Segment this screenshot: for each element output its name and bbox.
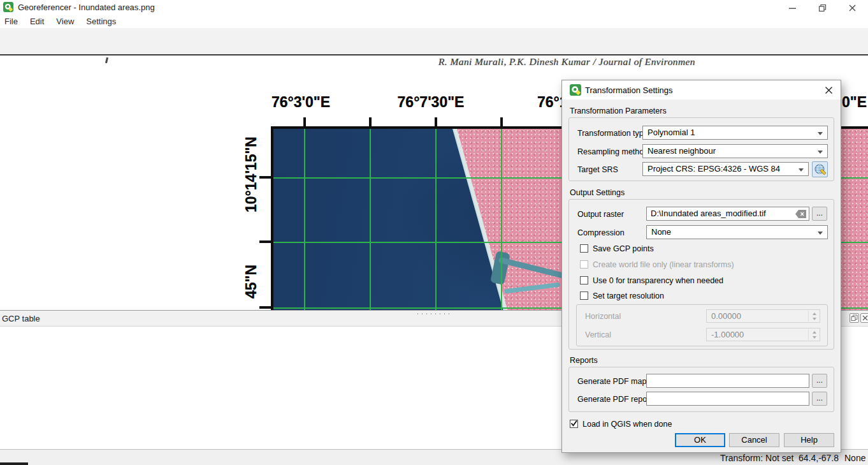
cancel-button[interactable]: Cancel [729, 433, 779, 447]
graticule-line [435, 129, 437, 310]
dialog-titlebar[interactable]: Transformation Settings [562, 80, 841, 100]
gcp-panel-title: GCP table [2, 314, 40, 323]
map-tick [259, 306, 271, 309]
menu-file[interactable]: File [0, 15, 25, 28]
save-gcp-points-checkbox-label[interactable]: Save GCP points [593, 244, 654, 253]
map-ylabel-1: 10°14'15"N [243, 126, 260, 223]
section-transformation-parameters: Transformation Parameters [570, 107, 667, 115]
output-raster-input[interactable]: D:\Inundated areas_modified.tif [646, 207, 809, 221]
spin-up-icon [813, 331, 816, 334]
use-zero-transparency-checkbox-label[interactable]: Use 0 for transparency when needed [593, 276, 723, 285]
qgis-logo-icon [3, 2, 13, 12]
window-title: Georeferencer - Inundated areas.png [18, 3, 155, 12]
menu-edit[interactable]: Edit [25, 15, 52, 28]
map-tick [259, 240, 271, 243]
close-icon [847, 3, 858, 13]
compression-select[interactable]: None [646, 225, 828, 239]
section-output-settings: Output Settings [570, 188, 625, 197]
close-icon [824, 85, 834, 95]
horizontal-resolution-value: 0.00000 [711, 311, 741, 321]
horizontal-resolution-label: Horizontal [585, 312, 621, 321]
map-tick [435, 117, 437, 126]
map-xlabel-2: 76°7'30"E [387, 94, 474, 111]
chevron-down-icon [818, 232, 823, 235]
close-panel-button[interactable] [860, 313, 868, 323]
float-panel-icon [851, 314, 858, 321]
transformation-type-value: Polynomial 1 [647, 128, 695, 137]
transformation-settings-dialog: Transformation Settings Transformation P… [561, 80, 841, 453]
set-target-resolution-checkbox[interactable] [580, 292, 588, 300]
resampling-method-label: Resampling method [577, 147, 648, 156]
close-button[interactable] [841, 2, 863, 13]
target-srs-select[interactable]: Project CRS: EPSG:4326 - WGS 84 [642, 162, 809, 176]
globe-icon [814, 163, 827, 176]
window-titlebar[interactable]: Georeferencer - Inundated areas.png [0, 0, 868, 15]
spin-down-icon [813, 318, 816, 320]
vertical-resolution-spinner: -1.00000 [706, 328, 820, 341]
chevron-down-icon [799, 168, 804, 172]
create-world-file-checkbox [580, 260, 588, 269]
create-world-file-checkbox-label: Create world file only (linear transform… [593, 260, 734, 269]
browse-pdf-report-button[interactable]: ... [812, 392, 827, 406]
help-button[interactable]: Help [784, 433, 834, 447]
target-srs-label: Target SRS [577, 165, 618, 174]
browse-output-raster-button[interactable]: ... [812, 207, 827, 221]
target-srs-value: Project CRS: EPSG:4326 - WGS 84 [647, 164, 780, 173]
georeferencer-window: Georeferencer - Inundated areas.png File… [0, 0, 868, 465]
maximize-button[interactable] [811, 2, 833, 13]
map-tick [500, 117, 503, 126]
scan-artifact [105, 57, 108, 63]
spin-up-icon [813, 313, 816, 315]
set-target-resolution-checkbox-label[interactable]: Set target resolution [593, 292, 664, 300]
graticule-line [304, 129, 305, 310]
output-raster-label: Output raster [577, 210, 624, 219]
scanned-journal-header: R. Mani Murali, P.K. Dinesh Kumar / Jour… [438, 56, 695, 68]
resampling-method-select[interactable]: Nearest neighbour [642, 144, 828, 158]
compression-value: None [651, 227, 671, 237]
spin-down-icon [813, 336, 816, 339]
browse-pdf-map-button[interactable]: ... [812, 374, 827, 388]
vertical-resolution-label: Vertical [585, 330, 611, 339]
float-panel-button[interactable] [850, 313, 859, 323]
output-raster-value: D:\Inundated areas_modified.tif [651, 209, 766, 218]
rotation-value: None [844, 453, 865, 463]
chevron-down-icon [818, 132, 823, 135]
map-xlabel-4: 0"E [842, 94, 867, 111]
transform-status: Transform: Not set [720, 453, 793, 463]
map-tick [259, 176, 271, 179]
qgis-logo-icon [570, 84, 581, 96]
vertical-resolution-value: -1.00000 [711, 330, 744, 339]
dialog-close-button[interactable] [822, 84, 835, 96]
map-ylabel-2: 45"N [243, 263, 260, 301]
generate-pdf-report-label: Generate PDF report [577, 395, 652, 404]
minimize-button[interactable] [781, 2, 803, 13]
dialog-title: Transformation Settings [585, 85, 673, 95]
generate-pdf-report-input[interactable] [646, 392, 809, 406]
menubar: File Edit View Settings [0, 15, 868, 28]
load-in-qgis-checkbox-label[interactable]: Load in QGIS when done [582, 420, 672, 429]
restore-icon [817, 3, 828, 13]
splitter-handle[interactable] [416, 313, 452, 315]
cursor-coordinates: 64.4,-67.8 [799, 453, 839, 463]
load-in-qgis-checkbox[interactable] [570, 420, 578, 428]
clear-text-icon[interactable] [795, 210, 806, 218]
menu-settings[interactable]: Settings [82, 15, 124, 28]
taskbar-fragment [0, 462, 28, 465]
compression-label: Compression [577, 228, 625, 237]
resampling-method-value: Nearest neighbour [647, 146, 716, 156]
graticule-line [501, 129, 502, 310]
generate-pdf-map-input[interactable] [646, 374, 809, 388]
select-crs-button[interactable] [812, 161, 828, 177]
map-xlabel-1: 76°3'0"E [261, 94, 340, 111]
toolbar [0, 28, 868, 54]
minimize-icon [787, 3, 798, 13]
menu-view[interactable]: View [52, 15, 82, 28]
map-tick [369, 117, 372, 126]
ok-button[interactable]: OK [675, 433, 725, 447]
save-gcp-points-checkbox[interactable] [580, 244, 588, 253]
generate-pdf-map-label: Generate PDF map [577, 377, 646, 386]
chevron-down-icon [818, 151, 823, 154]
map-tick [303, 117, 306, 126]
transformation-type-select[interactable]: Polynomial 1 [642, 126, 828, 140]
use-zero-transparency-checkbox[interactable] [580, 276, 588, 284]
